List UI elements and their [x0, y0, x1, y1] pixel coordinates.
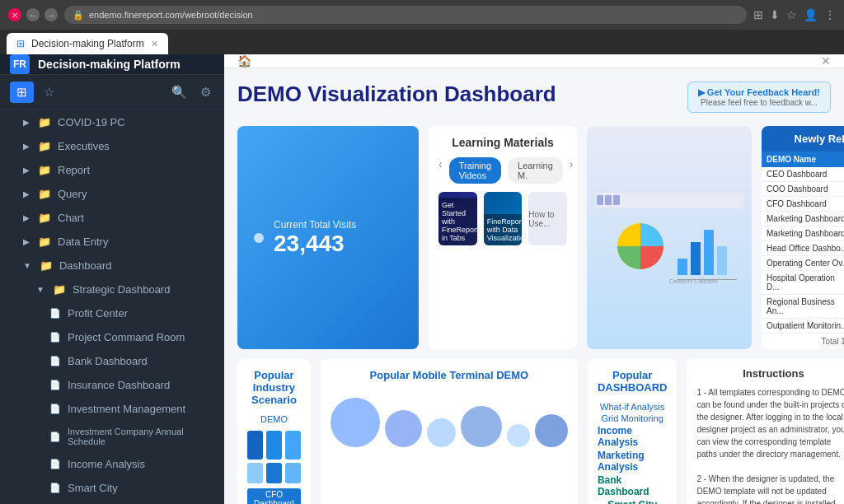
chevron-right-icon: ▶: [23, 237, 30, 246]
bubble-6: [535, 414, 568, 447]
grid-view-btn[interactable]: ⊞: [10, 82, 34, 103]
folder-icon: 📁: [38, 164, 51, 176]
table-row[interactable]: CFO DashboardDirectory/Executives: [762, 197, 844, 212]
prev-tab-btn[interactable]: ‹: [438, 157, 443, 184]
chart-svg: Category Category: [595, 193, 743, 283]
browser-chrome: ✕ ← → 🔒 endemo.finereport.com/webroot/de…: [0, 0, 844, 30]
extension-icon[interactable]: ⊞: [753, 8, 763, 21]
menu-icon[interactable]: ⋮: [824, 8, 836, 21]
nav-item-chart[interactable]: ▶ 📁 Chart: [0, 206, 224, 230]
tab-bar: ⊞ Decision-making Platform ✕: [0, 30, 844, 54]
nav-item-data-entry[interactable]: ▶ 📁 Data Entry: [0, 230, 224, 254]
nav-item-strategic[interactable]: ▼ 📁 Strategic Dashboard: [0, 278, 224, 301]
video-thumbnail-1[interactable]: Get Started with FineReport in Tabs: [438, 192, 477, 245]
table-row[interactable]: COO DashboardDirectory/Executives: [762, 182, 844, 197]
visits-card: Current Total Visits 23,443: [237, 126, 419, 349]
training-videos-tab[interactable]: Training Videos: [449, 157, 501, 184]
tab-close-btn[interactable]: ✕: [151, 39, 158, 49]
nav-item-query[interactable]: ▶ 📁 Query: [0, 182, 224, 206]
popular-mobile-title: Popular Mobile Terminal DEMO: [331, 369, 568, 381]
page-icon: 📄: [49, 459, 61, 469]
page-icon: 📄: [49, 483, 61, 493]
bubble-5: [507, 424, 530, 447]
dashboard-link-item[interactable]: What-if Analysis: [600, 402, 664, 412]
bookmark-icon[interactable]: ☆: [786, 8, 797, 21]
newly-released-panel: Newly Released DEMO DEMO Name Directory …: [762, 126, 844, 349]
svg-text:Category Category: Category Category: [669, 278, 718, 283]
forward-btn[interactable]: →: [45, 8, 58, 21]
nav-item-dashboard[interactable]: ▼ 📁 Dashboard: [0, 254, 224, 278]
instructions-title: Instructions: [696, 367, 844, 380]
browser-controls[interactable]: ✕ ← →: [8, 8, 58, 21]
nav-item-bank[interactable]: 📄 Bank Dashboard: [0, 349, 224, 373]
dashboard-link-item[interactable]: Bank Dashboard: [598, 474, 668, 497]
dashboard-link-item[interactable]: Grid Monitoring: [602, 413, 663, 423]
next-tab-btn[interactable]: ›: [570, 157, 574, 184]
nav-item-report[interactable]: ▶ 📁 Report: [0, 158, 224, 182]
cfo-badge[interactable]: CFO Dashboard: [247, 488, 301, 504]
chevron-right-icon: ▶: [23, 118, 30, 127]
viz-block-5: [266, 463, 282, 483]
svg-rect-6: [691, 242, 701, 275]
nr-demo-name: Regional Business An...: [762, 295, 844, 319]
table-row[interactable]: Marketing DashboardDirectory/Solution/[S…: [762, 226, 844, 241]
nr-demo-name: Marketing Dashboard: [762, 212, 844, 226]
nav-item-annual[interactable]: 📄 Investment Company Annual Schedule: [0, 421, 224, 452]
page-title: DEMO Visualization Dashboard: [237, 82, 674, 107]
nav-item-smart-city[interactable]: 📄 Smart City: [0, 476, 224, 500]
nav-item-command[interactable]: 📄 Project Command Room: [0, 325, 224, 349]
table-row[interactable]: Operating Center Ov...Directory/Solution…: [762, 256, 844, 271]
newly-released-title: Newly Released DEMO: [762, 126, 844, 152]
dashboard-link-item[interactable]: Income Analysis: [598, 425, 668, 448]
popular-dashboard-title: Popular DASHBOARD: [598, 369, 668, 394]
table-row[interactable]: Hospital Operation D...Directory/Solutio…: [762, 271, 844, 295]
settings-icon[interactable]: ⚙: [197, 82, 214, 103]
chart-preview: Category Category: [587, 126, 752, 349]
folder-icon: 📁: [38, 236, 51, 248]
table-row[interactable]: Head Office Dashbo...Directory/Solution/…: [762, 241, 844, 256]
instructions-point1: 1 - All templates corresponding to DEMO …: [696, 386, 844, 460]
nav-item-insurance[interactable]: 📄 Insurance Dashboard: [0, 373, 224, 397]
table-row[interactable]: Regional Business An...Directory/Solutio…: [762, 295, 844, 319]
nav-item-investment[interactable]: 📄 Investment Management: [0, 397, 224, 421]
nav-item-income[interactable]: 📄 Income Analysis: [0, 452, 224, 476]
viz-block-4: [247, 463, 263, 483]
nav-item-covid[interactable]: ▶ 📁 COVID-19 PC: [0, 110, 224, 134]
video-thumbnail-3[interactable]: How to Use...: [528, 192, 567, 245]
table-row[interactable]: Marketing DashboardDirectory/Solution/[S…: [762, 212, 844, 226]
bubble-1: [331, 398, 380, 447]
folder-icon: 📁: [38, 140, 51, 152]
dashboard-link-item[interactable]: Marketing Analysis: [598, 450, 668, 473]
video-label-1: Get Started with FineReport in Tabs: [438, 198, 477, 245]
nav-item-operational[interactable]: ▶ 📁 Operational Dashboard: [0, 500, 224, 504]
video-thumbnail-2[interactable]: FineReport with Data Visualization: [484, 192, 523, 245]
active-tab[interactable]: ⊞ Decision-making Platform ✕: [7, 33, 168, 54]
close-panel-btn[interactable]: ✕: [821, 54, 831, 68]
nr-demo-name: CEO Dashboard: [762, 167, 844, 182]
page-icon: 📄: [49, 308, 61, 319]
close-btn[interactable]: ✕: [8, 8, 21, 21]
back-btn[interactable]: ←: [26, 8, 40, 21]
newly-released-table: DEMO Name Directory CEO DashboardDirecto…: [762, 152, 844, 334]
profile-icon[interactable]: 👤: [804, 8, 818, 21]
bubble-4: [461, 406, 502, 447]
dashboard-link-item[interactable]: Smart City: [607, 499, 657, 504]
nav-item-executives[interactable]: ▶ 📁 Executives: [0, 134, 224, 158]
feedback-box[interactable]: ▶ Get Your Feedback Heard! Please feel f…: [687, 82, 831, 113]
nr-demo-name: Head Office Dashbo...: [762, 241, 844, 256]
star-btn[interactable]: ☆: [40, 82, 58, 103]
chevron-right-icon: ▶: [23, 142, 30, 151]
search-icon[interactable]: 🔍: [168, 82, 190, 103]
feedback-link[interactable]: ▶ Get Your Feedback Heard!: [698, 87, 820, 98]
learning-materials-tab[interactable]: Learning M.: [508, 157, 563, 184]
bubble-3: [427, 418, 456, 447]
popular-industry-subtitle: DEMO: [247, 414, 301, 424]
nav-item-profit[interactable]: 📄 Profit Center: [0, 301, 224, 325]
sidebar-header: FR Decision-making Platform: [0, 54, 224, 75]
table-row[interactable]: CEO DashboardDirectory/Executives: [762, 167, 844, 182]
top-cards-row: Current Total Visits 23,443 Learning Mat…: [237, 126, 831, 349]
address-bar[interactable]: 🔒 endemo.finereport.com/webroot/decision: [64, 6, 747, 24]
home-icon[interactable]: 🏠: [237, 54, 251, 68]
table-row[interactable]: Outpatient Monitorin...Directory/Solutio…: [762, 319, 844, 334]
download-icon[interactable]: ⬇: [770, 8, 780, 21]
